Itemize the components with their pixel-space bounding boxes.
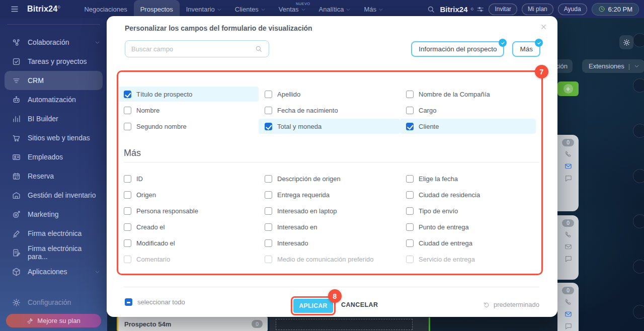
field-checkbox-item[interactable]: Descripción de origen (259, 171, 400, 186)
field-checkbox-item[interactable]: Interesado en laptop (259, 203, 400, 218)
nav-tab[interactable]: Inventario (180, 0, 228, 18)
sidebar-item[interactable]: Firma electrónica (0, 224, 107, 243)
mail-icon[interactable] (564, 310, 573, 318)
worktime-widget[interactable]: 6:20 PM (592, 3, 639, 16)
checkbox[interactable] (124, 91, 131, 98)
checkbox[interactable] (124, 123, 131, 130)
checkbox[interactable] (265, 191, 272, 199)
checkbox[interactable] (406, 123, 414, 130)
checkbox[interactable] (406, 107, 414, 114)
sidebar-item[interactable]: Firma electrónica para... (0, 243, 107, 262)
field-checkbox-item[interactable]: Tipo de envío (400, 203, 536, 218)
checkbox[interactable] (124, 207, 131, 215)
apply-button[interactable]: APLICAR (293, 299, 333, 313)
upgrade-plan-button[interactable]: Mejore su plan (6, 314, 101, 327)
field-search-box[interactable] (125, 40, 269, 57)
field-checkbox-item[interactable]: Comentario (118, 252, 259, 267)
field-checkbox-item[interactable]: ID (118, 171, 259, 186)
field-checkbox-item[interactable]: Ciudad de residencia (400, 187, 536, 202)
field-checkbox-item[interactable]: Medio de comunicación preferido (259, 252, 400, 267)
reset-default-link[interactable]: predeterminado (483, 301, 539, 308)
sidebar-item[interactable]: Automatización (0, 90, 107, 109)
cancel-button[interactable]: CANCELAR (341, 301, 378, 308)
search-input[interactable] (131, 45, 251, 53)
sidebar-item[interactable]: BI Builder (0, 109, 107, 128)
phone-icon[interactable] (564, 230, 573, 239)
dock-avatar[interactable] (633, 124, 644, 138)
field-checkbox-item[interactable]: Creado el (118, 219, 259, 234)
dock-avatar[interactable] (633, 169, 644, 183)
field-checkbox-item[interactable]: Interesado en (259, 219, 400, 234)
phone-icon[interactable] (564, 298, 573, 306)
nav-tab[interactable]: NUEVO Ventas (272, 0, 312, 18)
checkbox[interactable] (265, 223, 272, 231)
field-checkbox-item[interactable]: Cargo (400, 103, 536, 118)
search-icon[interactable] (255, 45, 263, 53)
nav-tab[interactable]: Negociaciones (77, 0, 133, 18)
field-checkbox-item[interactable]: Modificado el (118, 235, 259, 251)
chip-more[interactable]: Más (512, 41, 540, 57)
kanban-card-edge[interactable]: 0 (557, 135, 579, 211)
field-checkbox-item[interactable]: Persona responsable (118, 203, 259, 218)
phone-icon[interactable] (564, 150, 573, 158)
chat-icon[interactable] (564, 255, 573, 263)
checkbox[interactable] (265, 107, 272, 114)
select-all-checkbox[interactable]: seleccionar todo (125, 298, 185, 306)
checkbox[interactable] (265, 175, 272, 183)
nav-tab[interactable]: Prospectos (134, 0, 180, 18)
field-checkbox-item[interactable]: Segundo nombre (118, 119, 259, 134)
field-checkbox-item[interactable]: Origen (118, 187, 259, 202)
kanban-card[interactable] (429, 317, 557, 331)
checkbox[interactable] (406, 91, 414, 98)
checkbox[interactable] (406, 191, 414, 199)
sidebar-item-settings[interactable]: Configuración (0, 293, 107, 312)
field-checkbox-item[interactable]: Entrega requerida (259, 187, 400, 202)
checkbox[interactable] (406, 207, 414, 215)
chip-prospect-info[interactable]: Información del prospecto (411, 41, 504, 57)
field-checkbox-item[interactable]: Interesado (259, 235, 400, 251)
sidebar-item[interactable]: Tareas y proyectos (0, 52, 107, 71)
kanban-card-edge[interactable]: 0 (557, 283, 579, 331)
field-checkbox-item[interactable]: Punto de entrega (400, 219, 536, 234)
my-plan-button[interactable]: Mi plan (522, 4, 553, 15)
checkbox[interactable] (406, 175, 414, 183)
mail-icon[interactable] (564, 162, 573, 171)
sidebar-item[interactable]: CRM (5, 71, 103, 90)
checkbox[interactable] (265, 239, 272, 247)
brand-widget[interactable]: Bitrix24© (440, 5, 484, 14)
search-icon[interactable] (427, 5, 435, 14)
help-button[interactable]: Ayuda (558, 4, 587, 15)
dock-avatar[interactable] (633, 214, 644, 228)
checkbox[interactable] (124, 256, 131, 263)
field-checkbox-item[interactable]: Total y moneda (259, 119, 400, 134)
field-checkbox-item[interactable]: Fecha de nacimiento (259, 103, 400, 118)
sidebar-item[interactable]: Sitios web y tiendas (0, 128, 107, 147)
nav-tab[interactable]: Analítica (312, 0, 358, 18)
field-checkbox-item[interactable]: Elige la fecha (400, 171, 536, 186)
checkbox[interactable] (265, 91, 272, 98)
quick-add-button[interactable] (557, 81, 579, 96)
field-checkbox-item[interactable]: Cliente (400, 119, 536, 134)
checkbox[interactable] (406, 223, 414, 231)
field-checkbox-item[interactable]: Servicio de entrega (400, 252, 536, 267)
checkbox[interactable] (124, 107, 131, 114)
sidebar-item[interactable]: Marketing (0, 205, 107, 224)
checkbox[interactable] (124, 223, 131, 231)
checkbox[interactable] (125, 298, 132, 306)
sidebar-item[interactable]: Reserva (0, 167, 107, 186)
chat-icon[interactable] (564, 322, 573, 330)
checkbox[interactable] (406, 239, 414, 247)
close-icon[interactable] (540, 23, 547, 31)
checkbox[interactable] (406, 256, 414, 263)
dock-avatar[interactable] (633, 305, 644, 319)
sidebar-item[interactable]: Colaboración (0, 33, 107, 52)
field-checkbox-item[interactable]: Apellido (259, 87, 400, 102)
dock-avatar[interactable] (633, 33, 644, 47)
checkbox[interactable] (265, 123, 272, 130)
nav-tab[interactable]: Clientes (228, 0, 272, 18)
invite-button[interactable]: Invitar (489, 4, 517, 15)
prospect-card[interactable]: Prospecto 54m 0 (117, 317, 268, 331)
checkbox[interactable] (265, 256, 272, 263)
nav-tab[interactable]: Más (357, 0, 390, 18)
field-checkbox-item[interactable]: Nombre de la Compañía (400, 87, 536, 102)
